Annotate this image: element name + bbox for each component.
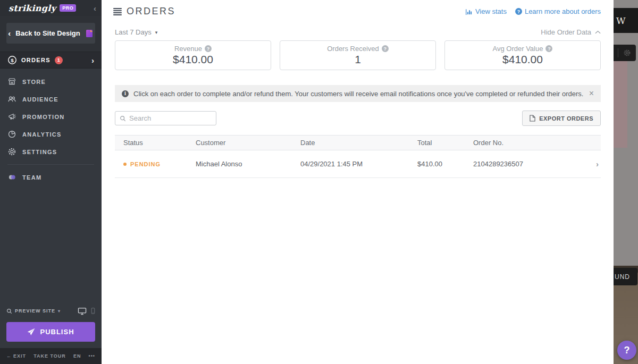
back-button-wrap: ‹ Back to Site Design <box>0 16 102 52</box>
back-button-label: Back to Site Design <box>15 29 80 37</box>
filter-row: Last 7 Days ▾ Hide Order Data <box>115 28 601 36</box>
learn-more-label: Learn more about orders <box>525 7 601 15</box>
column-header-customer: Customer <box>196 139 300 147</box>
sidebar-item-settings[interactable]: SETTINGS <box>0 143 102 160</box>
avg-order-value-label: Avg Order Value <box>493 45 543 53</box>
chevron-left-icon: ‹ <box>8 29 11 37</box>
collapse-sidebar-icon[interactable]: ‹ <box>94 4 96 12</box>
page-title: ORDERS <box>127 6 175 17</box>
exit-label: EXIT <box>13 353 26 359</box>
rocket-icon <box>27 328 35 336</box>
hide-order-data-toggle[interactable]: Hide Order Data <box>541 28 601 36</box>
site-preview-title-fragment: W <box>614 8 638 33</box>
strikingly-logo: strikingly <box>9 3 56 13</box>
search-icon <box>6 308 12 314</box>
status-badge: PENDING <box>130 161 161 167</box>
sidebar-item-label: ANALYTICS <box>22 131 62 138</box>
total-cell: $410.00 <box>417 160 473 168</box>
question-circle-icon[interactable]: ? <box>382 45 389 52</box>
chevron-right-icon: › <box>91 56 94 64</box>
background-button-fragment[interactable]: UND <box>614 268 637 285</box>
sidebar-item-audience[interactable]: AUDIENCE <box>0 90 102 108</box>
dollar-circle-icon: $ <box>7 55 17 65</box>
help-button[interactable]: ? <box>617 341 636 360</box>
question-circle-icon: ? <box>515 8 522 15</box>
sidebar-header: strikingly PRO ‹ <box>0 0 102 16</box>
page-header: ORDERS View stats ? Learn more about ord… <box>113 6 601 17</box>
pro-badge: PRO <box>60 4 76 12</box>
more-options-icon[interactable]: ••• <box>89 353 95 359</box>
sidebar-item-label: STORE <box>22 79 46 85</box>
exit-link[interactable]: ←EXIT <box>6 353 26 359</box>
sidebar: strikingly PRO ‹ ‹ Back to Site Design $… <box>0 0 102 364</box>
svg-text:$: $ <box>11 57 14 63</box>
gear-icon[interactable] <box>623 49 631 57</box>
list-icon <box>113 8 122 15</box>
question-circle-icon[interactable]: ? <box>545 45 552 52</box>
arrow-left-icon: ← <box>6 353 12 359</box>
orders-received-value: 1 <box>355 53 361 66</box>
info-icon: i <box>122 90 129 97</box>
desktop-icon[interactable] <box>78 307 87 315</box>
take-tour-link[interactable]: TAKE TOUR <box>33 353 66 359</box>
search-input[interactable] <box>129 114 212 122</box>
search-box[interactable] <box>115 111 216 125</box>
pending-status-dot <box>123 163 127 166</box>
date-cell: 04/29/2021 1:45 PM <box>300 160 417 168</box>
orders-count-badge: 1 <box>55 56 63 64</box>
sidebar-item-label: TEAM <box>22 174 41 181</box>
pie-chart-icon <box>7 130 16 139</box>
table-header: Status Customer Date Total Order No. <box>115 135 601 150</box>
column-header-date: Date <box>300 139 417 147</box>
bar-chart-icon <box>466 9 473 15</box>
table-row[interactable]: PENDING Michael Alonso 04/29/2021 1:45 P… <box>115 150 601 178</box>
view-stats-link[interactable]: View stats <box>466 7 507 15</box>
sidebar-footer: ←EXIT TAKE TOUR EN ••• <box>0 348 102 364</box>
info-banner-text: Click on each order to complete and/or r… <box>133 90 583 98</box>
date-range-dropdown[interactable]: Last 7 Days ▾ <box>115 28 157 36</box>
learn-more-link[interactable]: ? Learn more about orders <box>515 7 601 15</box>
hide-order-data-label: Hide Order Data <box>541 28 591 36</box>
sidebar-item-orders[interactable]: $ ORDERS 1 › <box>0 52 102 69</box>
sidebar-item-store[interactable]: STORE <box>0 73 102 90</box>
chevron-right-icon: › <box>586 159 601 168</box>
sidebar-item-team[interactable]: TEAM <box>0 168 102 186</box>
caret-down-icon[interactable]: ▾ <box>58 309 61 314</box>
chevron-up-icon <box>595 30 601 34</box>
publish-label: PUBLISH <box>40 328 74 336</box>
orders-toolbar: EXPORT ORDERS <box>115 111 601 126</box>
storefront-icon <box>7 77 16 86</box>
orders-table: Status Customer Date Total Order No. PEN… <box>115 135 601 178</box>
sidebar-item-promotion[interactable]: PROMOTION <box>0 108 102 125</box>
site-design-page-icon <box>85 29 94 38</box>
document-icon <box>530 115 535 122</box>
orders-panel: ORDERS View stats ? Learn more about ord… <box>102 0 614 364</box>
preview-site-label[interactable]: PREVIEW SITE <box>15 308 55 314</box>
sidebar-menu: STORE AUDIENCE PROMOTION ANALYTICS SETTI… <box>0 69 102 186</box>
preview-site-row: PREVIEW SITE ▾ <box>0 305 102 317</box>
back-to-site-design-button[interactable]: ‹ Back to Site Design <box>6 23 95 44</box>
language-selector[interactable]: EN <box>73 353 81 359</box>
stats-cards: Revenue? $410.00 Orders Received? 1 Avg … <box>115 40 601 70</box>
toolbar-divider <box>618 48 618 57</box>
sidebar-item-analytics[interactable]: ANALYTICS <box>0 125 102 143</box>
site-preview-image-fragment <box>614 61 627 148</box>
sidebar-item-label: AUDIENCE <box>22 96 58 103</box>
column-header-status: Status <box>115 139 196 147</box>
site-preview-strip: W UND ? <box>614 0 638 364</box>
device-toggle <box>78 307 95 315</box>
revenue-value: $410.00 <box>173 53 213 66</box>
sidebar-item-label: SETTINGS <box>22 149 57 155</box>
order-no-cell: 2104289236507 <box>473 160 586 168</box>
mobile-icon[interactable] <box>91 307 95 315</box>
export-orders-button[interactable]: EXPORT ORDERS <box>522 111 601 126</box>
date-range-value: Last 7 Days <box>115 28 152 36</box>
publish-button[interactable]: PUBLISH <box>6 322 95 342</box>
orders-received-card: Orders Received? 1 <box>280 40 436 70</box>
search-icon <box>120 115 126 122</box>
sidebar-orders-label: ORDERS <box>21 57 51 63</box>
menu-divider <box>7 164 94 165</box>
close-icon[interactable]: × <box>589 89 594 98</box>
orders-received-label: Orders Received <box>327 45 379 53</box>
question-circle-icon[interactable]: ? <box>205 45 212 52</box>
